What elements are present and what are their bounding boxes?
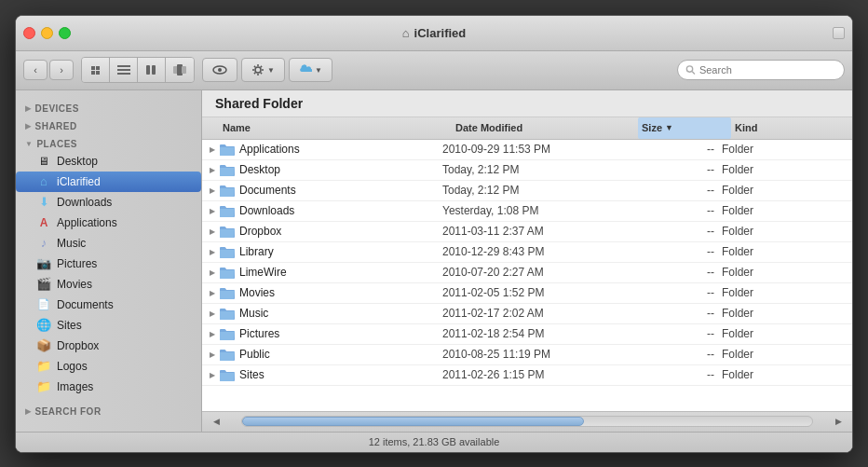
scrollbar-track[interactable]	[241, 416, 813, 427]
file-date: 2010-07-20 2:27 AM	[442, 266, 629, 279]
file-size: --	[629, 307, 722, 320]
iclarified-icon: ⌂	[36, 174, 51, 189]
sidebar-section-devices[interactable]: ▶ DEVICES	[16, 98, 201, 116]
folder-header: Shared Folder	[202, 90, 852, 117]
file-date: 2011-02-17 2:02 AM	[442, 307, 629, 320]
sidebar-item-iclarified[interactable]: ⌂ iClarified	[16, 172, 201, 192]
scroll-left-arrow[interactable]: ◀	[210, 415, 223, 428]
search-input[interactable]	[699, 64, 836, 76]
status-bar: 12 items, 21.83 GB available	[16, 432, 852, 452]
table-row[interactable]: ▶ Pictures 2011-02-18 2:54 PM -- Folder	[202, 324, 852, 345]
table-row[interactable]: ▶ Public 2010-08-25 11:19 PM -- Folder	[202, 345, 852, 365]
sidebar-item-label-documents: Documents	[57, 298, 114, 311]
zoom-button[interactable]	[59, 27, 71, 39]
expand-arrow[interactable]: ▶	[206, 350, 219, 359]
table-row[interactable]: ▶ Library 2010-12-29 8:43 PM -- Folder	[202, 242, 852, 263]
file-size: --	[629, 225, 722, 238]
expand-arrow[interactable]: ▶	[206, 145, 219, 154]
search-box[interactable]	[677, 60, 845, 80]
expand-arrow[interactable]: ▶	[206, 309, 219, 318]
places-arrow: ▼	[25, 140, 33, 148]
gear-action-button[interactable]: ▼	[241, 58, 285, 82]
sidebar-item-pictures[interactable]: 📷 Pictures	[16, 254, 201, 274]
file-name: Applications	[239, 143, 442, 156]
back-button[interactable]: ‹	[23, 60, 47, 80]
minimize-button[interactable]	[41, 27, 53, 39]
expand-arrow[interactable]: ▶	[206, 371, 219, 379]
gear-icon	[251, 63, 264, 76]
table-row[interactable]: ▶ Downloads Yesterday, 1:08 PM -- Folder	[202, 201, 852, 222]
sidebar-item-dropbox[interactable]: 📦 Dropbox	[16, 336, 201, 356]
sidebar-section-places[interactable]: ▼ PLACES	[16, 133, 201, 151]
table-row[interactable]: ▶ Music 2011-02-17 2:02 AM -- Folder	[202, 304, 852, 324]
sidebar-item-logos[interactable]: 📁 Logos	[16, 356, 201, 377]
toolbar: ‹ ›	[16, 51, 852, 90]
sidebar-item-label-desktop: Desktop	[57, 155, 98, 168]
sidebar-section-label-shared: SHARED	[35, 121, 77, 131]
file-kind: Folder	[722, 184, 848, 197]
sidebar-item-documents[interactable]: 📄 Documents	[16, 295, 201, 315]
table-row[interactable]: ▶ Applications 2010-09-29 11:53 PM -- Fo…	[202, 140, 852, 160]
dropbox-action-button[interactable]: ▼	[289, 58, 332, 82]
expand-arrow[interactable]: ▶	[206, 248, 219, 256]
column-view-button[interactable]	[138, 58, 166, 82]
file-date: Yesterday, 1:08 PM	[442, 204, 629, 217]
expand-arrow[interactable]: ▶	[206, 227, 219, 236]
file-size: --	[629, 184, 722, 197]
table-row[interactable]: ▶ Documents Today, 2:12 PM -- Folder	[202, 181, 852, 201]
sidebar-section-search[interactable]: ▶ SEARCH FOR	[16, 401, 201, 419]
scroll-right-arrow[interactable]: ▶	[832, 415, 845, 428]
coverflow-view-button[interactable]	[166, 58, 194, 82]
col-header-size[interactable]: Size ▼	[638, 117, 731, 139]
columns-icon	[145, 63, 158, 76]
scrollbar-thumb[interactable]	[242, 417, 584, 426]
expand-arrow[interactable]: ▶	[206, 268, 219, 277]
close-button[interactable]	[23, 27, 35, 39]
folder-icon	[219, 346, 236, 363]
col-header-kind[interactable]: Kind	[731, 117, 848, 139]
table-row[interactable]: ▶ Dropbox 2011-03-11 2:37 AM -- Folder	[202, 222, 852, 242]
sidebar-item-applications[interactable]: A Applications	[16, 213, 201, 233]
svg-rect-0	[146, 65, 150, 75]
sidebar-item-movies[interactable]: 🎬 Movies	[16, 274, 201, 295]
svg-rect-1	[152, 65, 156, 75]
resize-button[interactable]	[833, 27, 845, 39]
col-header-date[interactable]: Date Modified	[452, 117, 638, 139]
file-date: 2010-08-25 11:19 PM	[442, 348, 629, 361]
eye-action-button[interactable]	[202, 58, 237, 82]
file-area: Shared Folder Name Date Modified Size ▼ …	[202, 90, 852, 432]
window-title-area: ⌂ iClarified	[402, 26, 466, 40]
list-view-button[interactable]	[110, 58, 138, 82]
gear-dropdown-arrow: ▼	[267, 66, 275, 75]
column-headers: Name Date Modified Size ▼ Kind	[202, 117, 852, 140]
forward-button[interactable]: ›	[49, 60, 74, 80]
table-row[interactable]: ▶ Sites 2011-02-26 1:15 PM -- Folder	[202, 365, 852, 386]
sidebar-item-images[interactable]: 📁 Images	[16, 377, 201, 397]
cloud-dropdown-arrow: ▼	[315, 66, 322, 75]
movies-icon: 🎬	[36, 277, 51, 292]
sidebar-section-shared[interactable]: ▶ SHARED	[16, 116, 201, 133]
table-row[interactable]: ▶ Movies 2011-02-05 1:52 PM -- Folder	[202, 283, 852, 304]
expand-arrow[interactable]: ▶	[206, 330, 219, 338]
sidebar-item-music[interactable]: ♪ Music	[16, 233, 201, 254]
table-row[interactable]: ▶ LimeWire 2010-07-20 2:27 AM -- Folder	[202, 263, 852, 283]
file-name: Desktop	[239, 163, 442, 176]
expand-arrow[interactable]: ▶	[206, 166, 219, 174]
documents-icon: 📄	[36, 297, 51, 312]
sidebar-item-downloads[interactable]: ⬇ Downloads	[16, 192, 201, 213]
file-date: 2010-12-29 8:43 PM	[442, 245, 629, 258]
col-header-name[interactable]: Name	[219, 117, 452, 139]
sidebar-section-label-devices: DEVICES	[35, 103, 79, 114]
file-name: Public	[239, 348, 442, 361]
expand-arrow[interactable]: ▶	[206, 289, 219, 297]
svg-rect-4	[182, 66, 186, 74]
sidebar-item-label-movies: Movies	[57, 278, 92, 291]
expand-arrow[interactable]: ▶	[206, 207, 219, 215]
folder-icon	[219, 223, 236, 240]
icon-view-button[interactable]	[82, 58, 110, 82]
sidebar-item-sites[interactable]: 🌐 Sites	[16, 315, 201, 336]
expand-arrow[interactable]: ▶	[206, 186, 219, 195]
file-name: Movies	[239, 286, 442, 299]
table-row[interactable]: ▶ Desktop Today, 2:12 PM -- Folder	[202, 160, 852, 181]
sidebar-item-desktop[interactable]: 🖥 Desktop	[16, 151, 201, 172]
